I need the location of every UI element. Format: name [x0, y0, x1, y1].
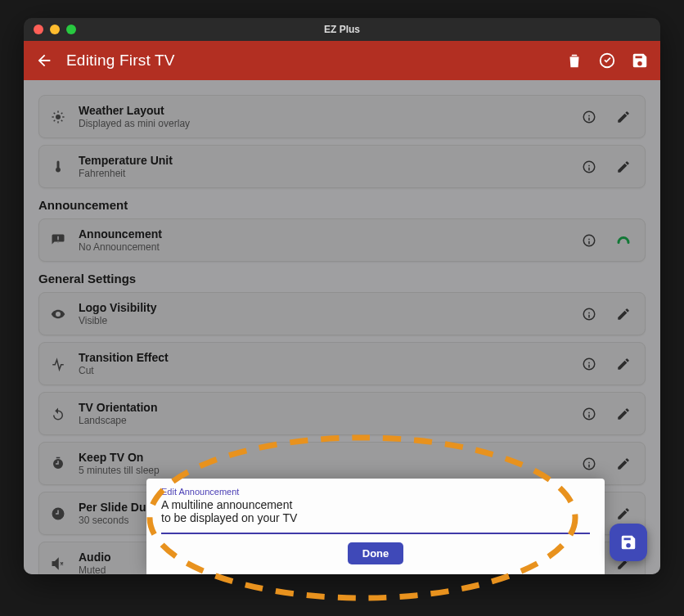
titlebar: EZ Plus	[24, 18, 660, 41]
done-button[interactable]: Done	[348, 542, 404, 564]
delete-button[interactable]	[564, 50, 585, 71]
sheet-field-label: Edit Announcement	[161, 487, 590, 497]
back-button[interactable]	[34, 50, 55, 71]
app-window: EZ Plus Editing First TV Weather LayoutD…	[24, 18, 660, 574]
approve-button[interactable]	[596, 50, 618, 71]
save-button[interactable]	[629, 50, 650, 71]
edit-announcement-sheet: Edit Announcement A multiline announceme…	[146, 479, 605, 574]
content-area: Weather LayoutDisplayed as mini overlay …	[24, 80, 660, 574]
announcement-textarea[interactable]: A multiline announcement to be displayed…	[161, 498, 590, 534]
app-bar: Editing First TV	[24, 41, 660, 80]
save-fab[interactable]	[610, 524, 647, 561]
window-title: EZ Plus	[24, 24, 660, 35]
page-title: Editing First TV	[66, 52, 175, 70]
